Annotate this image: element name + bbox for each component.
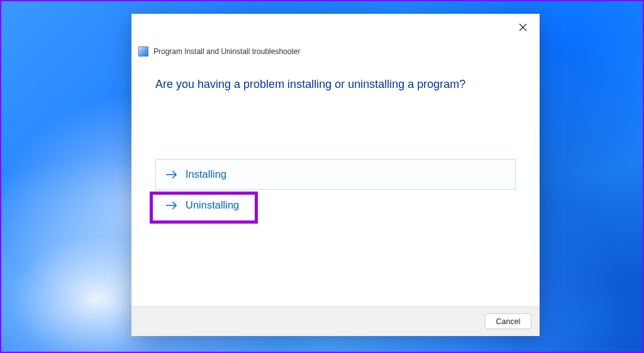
close-button[interactable] — [517, 21, 528, 33]
option-uninstalling[interactable]: Uninstalling — [155, 190, 516, 220]
question-heading: Are you having a problem installing or u… — [155, 78, 516, 91]
troubleshooter-dialog: Program Install and Uninstall troublesho… — [131, 14, 540, 336]
option-installing[interactable]: Installing — [155, 159, 516, 190]
options-list: Installing Uninstalling — [155, 159, 516, 220]
dialog-footer: Cancel — [131, 306, 540, 336]
option-label: Installing — [186, 168, 226, 180]
dialog-content: Are you having a problem installing or u… — [131, 57, 540, 306]
dialog-header: Program Install and Uninstall troublesho… — [131, 36, 540, 57]
troubleshooter-icon — [138, 46, 148, 57]
arrow-right-icon — [165, 199, 177, 212]
close-icon — [519, 23, 527, 31]
arrow-right-icon — [165, 168, 177, 181]
cancel-button[interactable]: Cancel — [485, 313, 531, 329]
dialog-titlebar-area — [131, 14, 540, 38]
option-label: Uninstalling — [186, 199, 239, 211]
dialog-title: Program Install and Uninstall troublesho… — [153, 47, 300, 56]
